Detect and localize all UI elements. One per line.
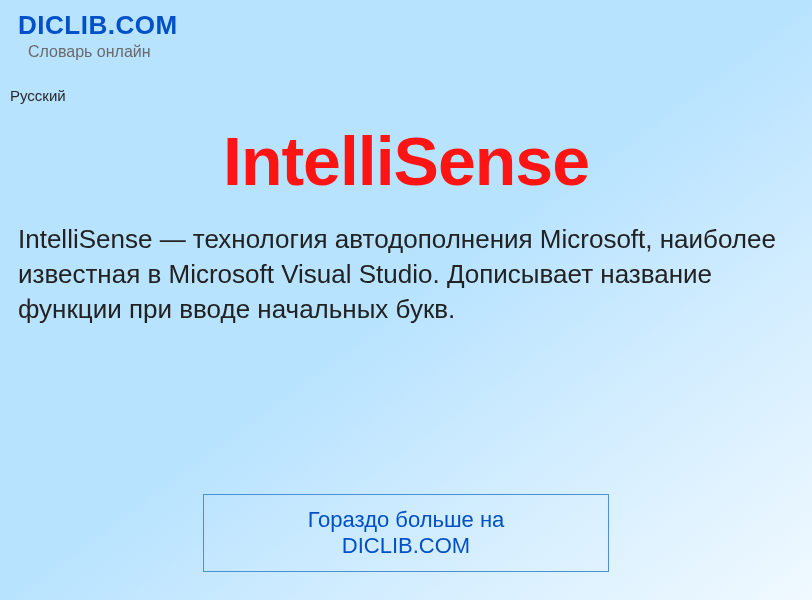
article-title: IntelliSense	[0, 122, 812, 200]
more-on-diclib-button[interactable]: Гораздо больше на DICLIB.COM	[203, 494, 609, 572]
language-label[interactable]: Русский	[10, 87, 794, 104]
article-description: IntelliSense — технология автодополнения…	[0, 200, 812, 327]
page-header: DICLIB.COM Словарь онлайн Русский	[0, 0, 812, 104]
site-tagline: Словарь онлайн	[28, 43, 794, 61]
site-logo[interactable]: DICLIB.COM	[18, 10, 794, 41]
